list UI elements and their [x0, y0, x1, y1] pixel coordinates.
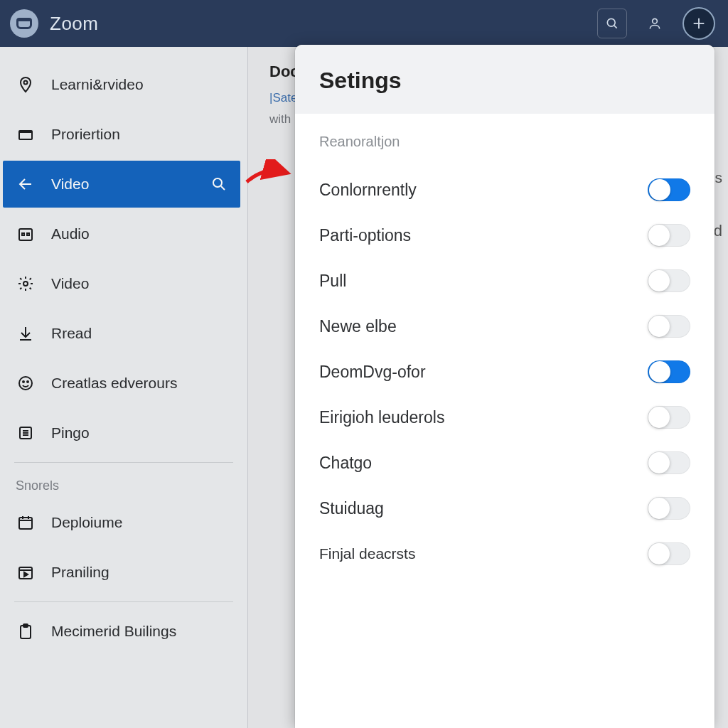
sidebar-item-learn[interactable]: Learni&rvideo [0, 60, 247, 109]
setting-toggle[interactable] [648, 224, 690, 247]
sidebar-item-creatlas[interactable]: Creatlas edverours [0, 358, 247, 408]
download-icon [16, 323, 36, 343]
svg-rect-23 [19, 518, 32, 529]
setting-row: Pull [319, 258, 690, 304]
setting-row: Conlornrently [319, 167, 690, 213]
sidebar-item-label: Video [51, 275, 89, 292]
face-icon [16, 373, 36, 393]
setting-label: Chatgo [319, 454, 372, 473]
sidebar-item-proriertion[interactable]: Proriertion [0, 109, 247, 159]
folder-icon [16, 124, 36, 144]
setting-toggle[interactable] [648, 360, 690, 383]
calendar-icon [16, 513, 36, 532]
setting-toggle[interactable] [648, 406, 690, 429]
svg-point-2 [653, 18, 658, 23]
setting-label: Parti-options [319, 226, 411, 245]
sidebar-item-read[interactable]: Rread [0, 309, 247, 358]
svg-point-5 [24, 81, 28, 85]
top-new-button[interactable] [682, 7, 715, 40]
setting-label: Conlornrently [319, 181, 417, 200]
svg-point-13 [23, 282, 28, 286]
sidebar-divider-2 [14, 601, 233, 602]
sidebar-item-label: Learni&rvideo [51, 76, 144, 93]
app-logo [10, 9, 38, 38]
sidebar-item-video-active[interactable]: Video [3, 161, 240, 208]
setting-row: Finjal deacrsts [319, 531, 690, 577]
arrow-left-icon [16, 174, 36, 194]
svg-point-16 [19, 377, 32, 390]
setting-label: Newe elbe [319, 317, 397, 336]
list-icon [16, 423, 36, 443]
settings-title: Setings [319, 68, 690, 94]
bg-text-d: d [714, 222, 722, 240]
sidebar-item-label: Proriertion [51, 126, 120, 143]
setting-label: Pull [319, 272, 346, 291]
setting-label: Eirigioh leuderols [319, 408, 444, 427]
svg-line-9 [221, 186, 225, 190]
sidebar-item-video2[interactable]: Video [0, 259, 247, 309]
sidebar-item-deploiume[interactable]: Deploiume [0, 498, 247, 547]
setting-toggle[interactable] [648, 451, 690, 474]
sidebar: Learni&rvideo Proriertion Video Audio Vi… [0, 47, 248, 728]
sidebar-item-label: Audio [51, 225, 90, 242]
setting-label: Finjal deacrsts [319, 545, 415, 562]
setting-toggle[interactable] [648, 542, 690, 565]
user-icon [648, 16, 662, 31]
settings-panel-header: Setings [295, 45, 714, 114]
svg-rect-10 [19, 229, 32, 240]
svg-rect-11 [22, 233, 24, 235]
sidebar-item-label: Rread [51, 325, 92, 342]
sidebar-section-label: Snorels [0, 467, 247, 498]
sidebar-item-label: Creatlas edverours [51, 375, 177, 392]
toggle-knob [648, 270, 670, 291]
svg-point-18 [27, 381, 28, 382]
plus-icon [691, 16, 707, 31]
toggle-knob [648, 225, 670, 246]
toggle-knob [649, 361, 670, 382]
settings-section-label: Reanoraltjon [319, 134, 690, 150]
sidebar-item-label: Pingo [51, 424, 90, 441]
svg-point-17 [23, 381, 24, 382]
sidebar-item-label: Praniling [51, 564, 109, 581]
svg-line-1 [614, 26, 617, 28]
setting-toggle[interactable] [648, 315, 690, 338]
setting-row: DeomDvg-ofor [319, 349, 690, 395]
logo-icon [16, 18, 32, 29]
setting-row: Stuiduag [319, 486, 690, 531]
search-icon [605, 16, 619, 31]
gear-icon [16, 274, 36, 294]
top-search-button[interactable] [597, 9, 627, 38]
setting-row: Eirigioh leuderols [319, 395, 690, 440]
toggle-knob [649, 179, 670, 200]
setting-row: Parti-options [319, 213, 690, 258]
calendar-icon [16, 224, 36, 244]
svg-point-8 [213, 178, 222, 187]
setting-row: Newe elbe [319, 304, 690, 349]
svg-marker-29 [24, 572, 28, 577]
sidebar-item-label: Mecimerid Builings [51, 623, 176, 640]
toggle-knob [648, 498, 670, 519]
sidebar-item-label: Video [51, 176, 89, 193]
toggle-knob [648, 452, 670, 473]
setting-toggle[interactable] [648, 269, 690, 292]
toggle-knob [648, 543, 670, 564]
setting-label: DeomDvg-ofor [319, 363, 426, 382]
toggle-knob [648, 407, 670, 428]
setting-toggle[interactable] [648, 497, 690, 520]
app-title: Zoom [50, 13, 98, 35]
svg-point-0 [607, 18, 615, 26]
settings-panel-body: Reanoraltjon ConlornrentlyParti-optionsP… [295, 114, 714, 591]
toggle-knob [648, 316, 670, 337]
settings-panel: Setings Reanoraltjon ConlornrentlyParti-… [295, 45, 714, 728]
sidebar-item-mecimerid[interactable]: Mecimerid Builings [0, 606, 247, 656]
top-profile-button[interactable] [640, 9, 670, 38]
setting-label: Stuiduag [319, 499, 384, 518]
pin-icon [16, 75, 36, 95]
sidebar-item-audio[interactable]: Audio [0, 209, 247, 259]
sidebar-item-praniling[interactable]: Praniling [0, 547, 247, 597]
setting-toggle[interactable] [648, 178, 690, 201]
search-icon[interactable] [210, 176, 228, 193]
svg-rect-12 [27, 233, 29, 235]
sidebar-item-pingo[interactable]: Pingo [0, 408, 247, 458]
calendar-play-icon [16, 562, 36, 582]
